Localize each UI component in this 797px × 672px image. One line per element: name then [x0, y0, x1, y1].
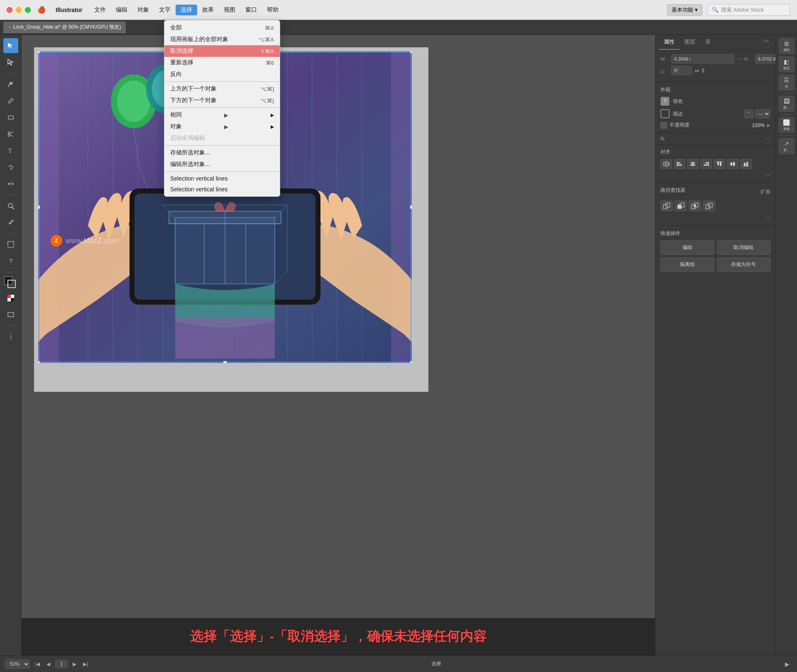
- fr-library-btn[interactable]: ☰ 库: [779, 75, 795, 90]
- pathfinder-menu-icon[interactable]: ⋯: [765, 215, 770, 221]
- menu-item-below[interactable]: 下方的下一个对象 ⌥⌘[: [164, 95, 280, 106]
- menu-item-vert2[interactable]: Selection vertical lines: [164, 184, 280, 195]
- menu-save-label: 存储所选对象...: [170, 149, 210, 156]
- tab-layers[interactable]: 图层: [680, 35, 700, 50]
- workspace-button[interactable]: 基本功能 ▾: [667, 4, 702, 16]
- align-menu-icon[interactable]: ⋯: [765, 172, 770, 178]
- fill-stroke-widget[interactable]: [3, 276, 18, 289]
- scissors-tool[interactable]: [3, 127, 18, 142]
- menu-item-reselect[interactable]: 重新选择 ⌘6: [164, 57, 280, 68]
- tab-library[interactable]: 库: [700, 35, 716, 50]
- artboard-tool[interactable]: [3, 237, 18, 252]
- stroke-swatch[interactable]: [660, 109, 670, 118]
- menu-item-vert1[interactable]: Selection vertical lines: [164, 173, 280, 184]
- tab-properties[interactable]: 属性: [659, 35, 680, 50]
- nav-prev-btn[interactable]: ◀: [45, 660, 52, 668]
- pathfinder-expand-label[interactable]: 扩展: [760, 188, 770, 195]
- align-left-btn[interactable]: [674, 159, 685, 169]
- opacity-expand-icon[interactable]: ▶: [767, 123, 770, 127]
- stroke-style-select[interactable]: —: [755, 109, 770, 118]
- svg-rect-77: [690, 164, 695, 166]
- menu-effects[interactable]: 效果: [197, 5, 219, 15]
- reflect-tool[interactable]: [3, 176, 18, 191]
- menu-item-inverse[interactable]: 反向: [164, 68, 280, 80]
- chevron-up-icon: ⌃: [747, 111, 751, 117]
- eyedropper-tool[interactable]: [3, 215, 18, 230]
- menu-item-object[interactable]: 对象 ▶: [164, 121, 280, 132]
- search-bar[interactable]: 🔍 搜索 Adobe Stock: [707, 4, 790, 16]
- menu-item-all[interactable]: 全部 ⌘A: [164, 22, 280, 34]
- pathfinder-intersect-btn[interactable]: [689, 200, 701, 211]
- menu-same-arrow: ▶: [224, 112, 228, 118]
- page-input[interactable]: [55, 660, 68, 668]
- opacity-checkbox[interactable]: [660, 122, 667, 129]
- nav-first-btn[interactable]: |◀: [33, 660, 42, 668]
- align-middle-v-btn[interactable]: [727, 159, 738, 169]
- menu-window[interactable]: 窗口: [240, 5, 262, 15]
- rectangle-tool[interactable]: [3, 110, 18, 125]
- menu-file[interactable]: 文件: [89, 5, 111, 15]
- fr-properties-btn[interactable]: ⊞ 属性: [779, 38, 795, 54]
- group-button[interactable]: 编组: [660, 240, 714, 255]
- menu-object[interactable]: 对象: [132, 5, 154, 15]
- menu-view[interactable]: 视图: [219, 5, 240, 15]
- ungroup-button[interactable]: 取消编组: [717, 240, 771, 255]
- menu-text[interactable]: 文字: [154, 5, 176, 15]
- menu-select[interactable]: 选择: [176, 5, 197, 15]
- question-tool[interactable]: ?: [3, 254, 18, 269]
- menu-item-deselect[interactable]: 取消选择 ⇧⌘A: [164, 45, 280, 57]
- pencil-tool[interactable]: [3, 93, 18, 108]
- rotate-tool[interactable]: [3, 160, 18, 175]
- canvas-area[interactable]: Z www.MacZ.com 选择「选择」-「取消选择」，确保未选择任何内容: [22, 35, 655, 655]
- flip-horizontal-icon[interactable]: ⇔: [694, 67, 699, 74]
- align-bottom-btn[interactable]: [740, 159, 752, 169]
- flip-vertical-icon[interactable]: ⇕: [701, 67, 706, 74]
- nav-next-btn[interactable]: ▶: [71, 660, 78, 668]
- menu-item-above[interactable]: 上方的下一个对象 ⌥⌘]: [164, 83, 280, 95]
- fr-layers-btn[interactable]: ◧ 图层: [779, 56, 795, 72]
- play-btn[interactable]: ▶: [782, 660, 792, 668]
- pathfinder-minus-btn[interactable]: [675, 200, 687, 211]
- nav-last-btn[interactable]: ▶|: [81, 660, 90, 668]
- menu-item-save[interactable]: 存储所选对象...: [164, 147, 280, 159]
- align-top-btn[interactable]: [714, 159, 725, 169]
- close-button[interactable]: [7, 7, 12, 13]
- angle-input[interactable]: [671, 66, 692, 75]
- width-input[interactable]: [671, 54, 734, 64]
- align-center-h-btn[interactable]: [687, 159, 699, 169]
- align-right-btn[interactable]: [700, 159, 712, 169]
- menu-item-same[interactable]: 相同 ▶: [164, 109, 280, 121]
- stroke-width-btn[interactable]: ⌃: [744, 109, 753, 118]
- isolate-group-button[interactable]: 隔离组: [660, 257, 714, 272]
- selection-tool[interactable]: [3, 38, 18, 53]
- more-tools-btn[interactable]: [3, 329, 18, 344]
- zoom-select[interactable]: 50%: [5, 660, 30, 669]
- menu-item-edit-selected[interactable]: 编辑所选对象...: [164, 159, 280, 170]
- fill-swatch[interactable]: ?: [660, 97, 670, 106]
- maximize-button[interactable]: [25, 7, 31, 13]
- menu-edit[interactable]: 编辑: [111, 5, 132, 15]
- pathfinder-exclude-btn[interactable]: [703, 200, 715, 211]
- zoom-tool[interactable]: [3, 198, 18, 213]
- screen-mode-btn[interactable]: [3, 307, 18, 322]
- direct-selection-tool[interactable]: [3, 55, 18, 70]
- color-mode-btn[interactable]: [3, 291, 18, 305]
- align-selection-btn[interactable]: [660, 159, 672, 169]
- menu-item-global-edit[interactable]: 启动全局编辑: [164, 132, 280, 144]
- fr-assets-btn[interactable]: ↗ 资...: [779, 138, 795, 154]
- fr-image-btn[interactable]: 🖼 图...: [779, 96, 795, 112]
- type-tool[interactable]: T: [3, 143, 18, 158]
- panel-expand-btn[interactable]: >>: [760, 35, 772, 50]
- pen-tool[interactable]: [3, 77, 18, 92]
- svg-rect-64: [410, 205, 412, 209]
- document-tab[interactable]: × Lock_Group_Hide.ai* @ 50% (CMYK/GPU 预览…: [3, 22, 126, 33]
- pathfinder-unite-btn[interactable]: [660, 200, 673, 211]
- tab-close-icon[interactable]: ×: [8, 25, 11, 29]
- stroke-color-swatch[interactable]: [7, 280, 16, 288]
- menu-help[interactable]: 帮助: [262, 5, 284, 15]
- minimize-button[interactable]: [16, 7, 22, 13]
- save-symbol-button[interactable]: 存储为符号: [717, 257, 771, 272]
- menu-item-all-artboard[interactable]: 现用画板上的全部对象 ⌥⌘A: [164, 34, 280, 45]
- fr-artboard-btn[interactable]: ⬜ 画板: [779, 117, 795, 133]
- fx-menu-icon[interactable]: ⋯: [765, 136, 770, 142]
